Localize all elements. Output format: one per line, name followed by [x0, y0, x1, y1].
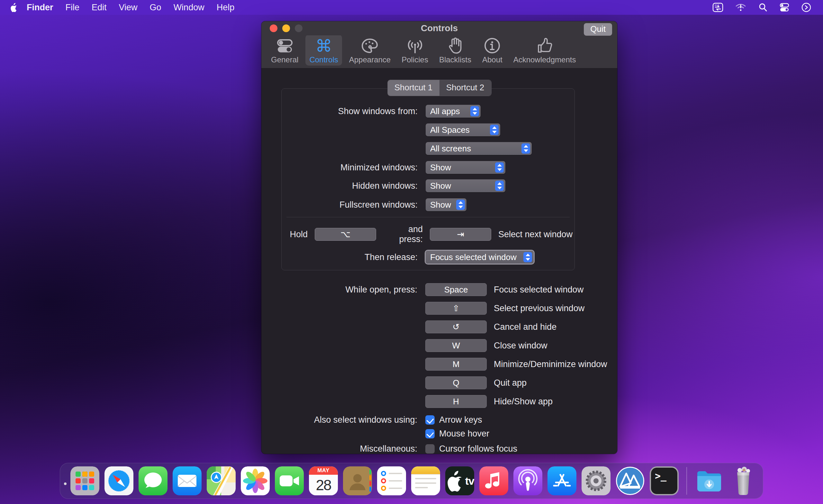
command-icon: ⌘ [315, 37, 332, 54]
dock-reminders-icon[interactable] [377, 466, 406, 495]
menu-app-name[interactable]: Finder [21, 3, 59, 13]
alttab-preferences-window: Controls Quit General ⌘ Controls Appeara… [262, 21, 617, 454]
arrow-keys-checkbox[interactable] [425, 415, 435, 425]
thumbs-up-icon [536, 37, 553, 54]
info-icon [484, 37, 501, 54]
tab-policies[interactable]: Policies [398, 35, 432, 65]
dock-appstore-icon[interactable] [547, 466, 577, 495]
minimize-window-button[interactable] [282, 24, 290, 32]
dock-launchpad-icon[interactable] [70, 466, 99, 495]
show-windows-from-screens-select[interactable]: All screens [426, 142, 532, 155]
space-key-button[interactable]: Space [425, 283, 487, 296]
dock-terminal-icon[interactable]: >_ [650, 466, 679, 495]
fullscreen-windows-select[interactable]: Show [426, 198, 467, 211]
select-next-window-label: Select next window [498, 229, 574, 239]
stepper-icon [523, 252, 532, 262]
stepper-icon [456, 200, 465, 210]
show-windows-from-apps-select[interactable]: All apps [426, 105, 481, 118]
fast-user-switching-icon[interactable] [801, 2, 811, 13]
mouse-hover-checkbox[interactable] [425, 429, 435, 439]
dock-downloads-icon[interactable] [695, 466, 724, 495]
dock-safari-icon[interactable] [105, 466, 133, 495]
calendar-month: MAY [309, 466, 338, 475]
q-key-button[interactable]: Q [425, 376, 487, 389]
dock-music-icon[interactable] [479, 466, 508, 495]
apple-menu-icon[interactable] [10, 3, 18, 12]
fullscreen-windows-label: Fullscreen windows: [282, 200, 418, 210]
stepper-icon [495, 162, 504, 173]
h-key-button[interactable]: H [425, 395, 487, 408]
w-key-button[interactable]: W [425, 339, 487, 352]
dock-trash-icon[interactable] [729, 466, 758, 495]
dock-mail-icon[interactable] [173, 466, 201, 495]
preferences-toolbar: General ⌘ Controls Appearance Policies B… [262, 35, 617, 68]
dock-contacts-icon[interactable] [343, 466, 372, 495]
and-press-label: and press: [383, 224, 423, 244]
window-title: Controls [262, 23, 617, 33]
then-release-label: Then release: [282, 252, 418, 262]
miscellaneous-label: Miscellaneous: [262, 444, 417, 454]
tab-acknowledgments[interactable]: Acknowledgments [510, 35, 580, 65]
dock-alttab-icon[interactable] [616, 466, 645, 495]
while-open-section: While open, press: SpaceFocus selected w… [262, 283, 617, 454]
palette-icon [361, 37, 378, 54]
hidden-windows-select[interactable]: Show [426, 179, 505, 192]
tab-shortcut-2[interactable]: Shortcut 2 [440, 80, 491, 96]
toggles-icon [277, 37, 293, 54]
stepper-icon [495, 181, 504, 191]
terminal-prompt-text: >_ [655, 470, 666, 482]
dock-system-preferences-icon[interactable] [582, 466, 611, 495]
stepper-icon [470, 106, 479, 116]
dock-tv-icon[interactable]: tv [445, 466, 474, 495]
dock-calendar-icon[interactable]: MAY 28 [309, 466, 338, 495]
calendar-day: 28 [309, 475, 338, 495]
tv-text: tv [465, 475, 474, 487]
while-open-label: While open, press: [262, 285, 417, 295]
show-windows-from-label: Show windows from: [282, 107, 418, 116]
tab-general[interactable]: General [267, 35, 302, 65]
dock-photos-icon[interactable] [241, 466, 270, 495]
menu-item-view[interactable]: View [113, 3, 144, 13]
menu-item-window[interactable]: Window [167, 3, 210, 13]
hold-key-field[interactable]: ⌥ [315, 228, 376, 241]
menu-item-go[interactable]: Go [144, 3, 167, 13]
press-key-field[interactable]: ⇥ [430, 228, 491, 241]
tab-controls[interactable]: ⌘ Controls [305, 35, 342, 65]
controls-pane: Shortcut 1 Shortcut 2 Show windows from:… [262, 68, 617, 454]
tab-appearance[interactable]: Appearance [345, 35, 394, 65]
dock: MAY 28 tv >_ [60, 463, 763, 499]
spotlight-search-icon[interactable] [758, 3, 768, 12]
then-release-select[interactable]: Focus selected window [426, 251, 534, 264]
escape-key-button[interactable]: ↺ [425, 320, 487, 333]
hidden-windows-label: Hidden windows: [282, 181, 418, 191]
quit-button[interactable]: Quit [584, 23, 612, 36]
tab-blacklists[interactable]: Blacklists [435, 35, 475, 65]
cursor-follows-focus-checkbox[interactable] [425, 444, 435, 454]
menu-item-edit[interactable]: Edit [86, 3, 113, 13]
menu-item-file[interactable]: File [59, 3, 86, 13]
dock-notes-icon[interactable] [411, 466, 440, 495]
minimized-windows-label: Minimized windows: [282, 163, 418, 173]
dock-facetime-icon[interactable] [275, 466, 304, 495]
title-bar: Controls Quit [262, 21, 617, 35]
wifi-warning-icon[interactable] [735, 3, 747, 12]
tab-shortcut-1[interactable]: Shortcut 1 [388, 80, 440, 96]
close-window-button[interactable] [270, 24, 278, 32]
shift-key-button[interactable]: ⇧ [425, 302, 487, 315]
dock-maps-icon[interactable] [207, 466, 236, 495]
shortcut-tab-group: Shortcut 1 Shortcut 2 [387, 80, 492, 96]
show-windows-from-spaces-select[interactable]: All Spaces [426, 124, 500, 136]
divider [287, 217, 570, 217]
tab-about[interactable]: About [478, 35, 506, 65]
window-switcher-icon[interactable] [712, 2, 723, 13]
minimized-windows-select[interactable]: Show [426, 161, 505, 174]
dock-messages-icon[interactable] [139, 466, 167, 495]
finder-running-indicator [64, 483, 66, 485]
menu-item-help[interactable]: Help [210, 3, 241, 13]
antenna-icon [406, 37, 424, 54]
stepper-icon [490, 125, 499, 135]
dock-podcasts-icon[interactable] [513, 466, 542, 495]
control-center-icon[interactable] [779, 3, 790, 12]
shortcut-settings-group: Show windows from: All apps All Spaces A… [281, 89, 575, 270]
m-key-button[interactable]: M [425, 358, 487, 371]
